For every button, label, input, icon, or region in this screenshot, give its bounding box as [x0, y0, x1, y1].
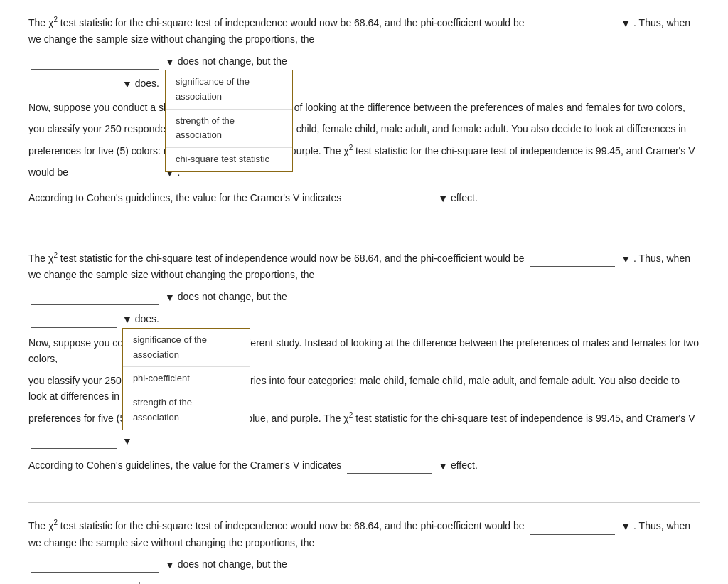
dropdown-trigger-2a[interactable]: ▼: [621, 253, 631, 265]
text-does-3: does.: [135, 580, 159, 584]
text-s3-p1-after: does not change, but the: [178, 558, 287, 570]
dropdown-wrapper-1e[interactable]: ▼: [438, 191, 448, 206]
paragraph-1-2: ▼ significance of the association streng…: [28, 53, 700, 70]
text-s2-body3a: p: [28, 413, 34, 424]
dropdown-wrapper-3a[interactable]: ▼: [621, 519, 631, 534]
paragraph-1-1: The χ2 test statistic for the chi-square…: [28, 14, 700, 48]
paragraph-1-3: ▼ does.: [28, 75, 700, 92]
dropdown-trigger-1a[interactable]: ▼: [621, 18, 631, 29]
dropdown-wrapper-3b[interactable]: ▼: [165, 557, 175, 573]
paragraph-3-1: The χ2 test statistic for the chi-square…: [28, 517, 700, 551]
text-s1-body2c: ale adult, and female adult. You also de…: [389, 123, 686, 134]
text-cohen-1: According to Cohen's guidelines, the val…: [28, 192, 341, 203]
dropdown-trigger-1b[interactable]: ▼: [165, 56, 175, 68]
blank-cramer-1: [74, 181, 159, 181]
section-2: The χ2 test statistic for the chi-square…: [28, 250, 700, 474]
text-s2-p1-after: does not change, but the: [178, 291, 287, 302]
blank-cramer-2: [31, 448, 117, 449]
dropdown-item-strength-2[interactable]: strength of the association: [123, 391, 250, 430]
dropdown-wrapper-1c[interactable]: ▼: [122, 76, 132, 92]
blank-phi-2: [530, 266, 615, 267]
cohen-line-2: According to Cohen's guidelines, the val…: [28, 457, 700, 474]
text-s2-body2a: y: [28, 375, 33, 386]
cohen-line-1: According to Cohen's guidelines, the val…: [28, 190, 700, 206]
dropdown-item-significance-1[interactable]: significance of the association: [166, 70, 292, 110]
dropdown-trigger-3c[interactable]: ▼: [122, 581, 132, 584]
text-does-2: does.: [135, 313, 159, 324]
blank-but-1: [31, 92, 117, 92]
text-s1-body1c: ence between the preferences of males an…: [389, 102, 685, 113]
dropdown-wrapper-2e[interactable]: ▼: [438, 458, 448, 474]
text-s3-p1-before: The χ2 test statistic for the chi-square…: [28, 520, 525, 531]
blank-but-2: [31, 327, 117, 328]
text-cohen-effect-2: effect.: [451, 460, 478, 471]
dropdown-wrapper-2a[interactable]: ▼: [621, 251, 631, 267]
dropdown-wrapper-2d[interactable]: ▼: [122, 433, 132, 449]
dropdown-trigger-2b[interactable]: ▼: [165, 292, 175, 303]
blank-proportion-2: [31, 304, 159, 305]
paragraph-3-3: ▼ does.: [28, 578, 700, 584]
text-s1-wouldbe: would be: [28, 166, 68, 178]
section-1: The χ2 test statistic for the chi-square…: [28, 14, 700, 206]
dropdown-trigger-1e[interactable]: ▼: [438, 193, 448, 204]
text-s1-p1-before: The χ2 test statistic for the chi-square…: [28, 17, 525, 28]
paragraph-1-body3: preferences for five (5) colors: red, ye…: [28, 142, 700, 159]
paragraph-2-1: The χ2 test statistic for the chi-square…: [28, 250, 700, 283]
dropdown-trigger-1c[interactable]: ▼: [122, 78, 132, 90]
blank-cohen-1: [347, 206, 432, 206]
section-3: The χ2 test statistic for the chi-square…: [28, 517, 700, 584]
paragraph-2-body4: ▼: [28, 432, 700, 448]
text-cohen-2: According to Cohen's guidelines, the val…: [28, 460, 341, 471]
paragraph-1-body: Now, suppose you conduct a slightly diff…: [28, 100, 700, 115]
dropdown-trigger-2d[interactable]: ▼: [122, 435, 132, 447]
blank-cohen-2: [347, 473, 432, 474]
dropdown-item-significance-2[interactable]: significance of the association: [123, 329, 250, 368]
dropdown-item-strength-1[interactable]: strength of the association: [166, 110, 292, 149]
blank-proportion-1: [31, 69, 159, 70]
blank-phi-3: [530, 534, 615, 535]
dropdown-trigger-2c[interactable]: ▼: [122, 314, 132, 325]
text-s2-body3c: d, yellow, green, blue, and purple. The …: [172, 413, 695, 424]
paragraph-1-body2: you classify your 250 respondents into f…: [28, 121, 700, 137]
dropdown-item-phi-2[interactable]: phi-coefficient: [123, 367, 250, 391]
blank-phi-1: [530, 31, 615, 31]
dropdown-menu-2c: significance of the association phi-coef…: [122, 328, 250, 430]
dropdown-arrow-1a[interactable]: ▼: [621, 16, 631, 31]
paragraph-2-3: ▼ significance of the association phi-co…: [28, 311, 700, 327]
text-cohen-effect-1: effect.: [451, 192, 478, 203]
divider-1: [28, 235, 700, 235]
dropdown-trigger-3a[interactable]: ▼: [621, 521, 631, 532]
paragraph-1-body4: would be ▼ .: [28, 164, 700, 181]
divider-2: [28, 502, 700, 503]
dropdown-wrapper-1b[interactable]: ▼ significance of the association streng…: [165, 54, 175, 70]
paragraph-2-2: ▼ does not change, but the: [28, 289, 700, 305]
text-s2-body1a: N: [28, 337, 36, 349]
text-s1-body3c: tistic for the chi-square test of indepe…: [387, 145, 695, 156]
dropdown-wrapper-2c[interactable]: ▼ significance of the association phi-co…: [122, 312, 132, 327]
dropdown-menu-1b: significance of the association strength…: [165, 70, 293, 172]
dropdown-trigger-3b[interactable]: ▼: [165, 559, 175, 570]
dropdown-wrapper-2b[interactable]: ▼: [165, 290, 175, 305]
dropdown-wrapper-3c[interactable]: ▼: [122, 579, 132, 584]
paragraph-3-2: ▼ does not change, but the: [28, 556, 700, 573]
dropdown-item-chisquare-1[interactable]: chi-square test statistic: [166, 148, 292, 171]
text-does-1: does.: [135, 78, 159, 89]
text-s2-p1-before: The χ2 test statistic for the chi-square…: [28, 253, 525, 264]
blank-proportion-3: [31, 572, 159, 573]
text-s1-p1-after: does not change, but the: [178, 55, 287, 67]
dropdown-trigger-2e[interactable]: ▼: [438, 460, 448, 472]
